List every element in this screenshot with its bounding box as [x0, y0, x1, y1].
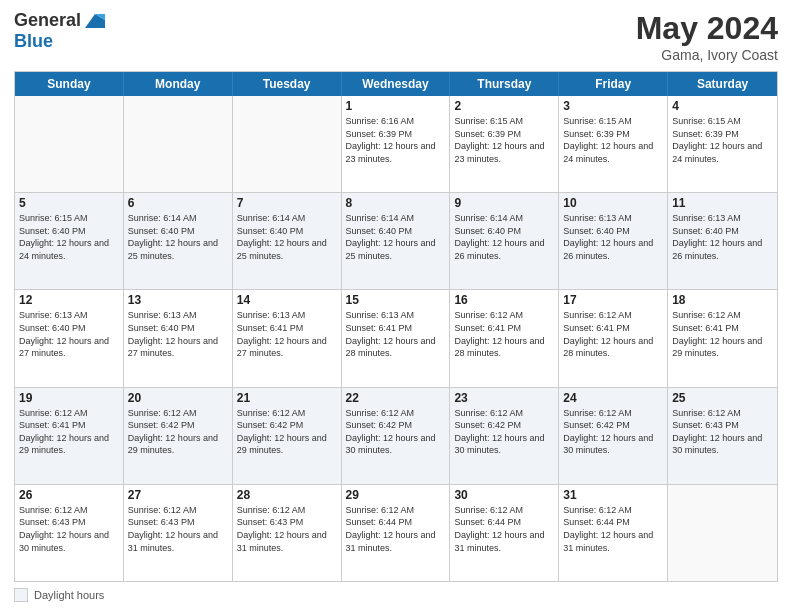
day-info: Sunrise: 6:14 AM Sunset: 6:40 PM Dayligh…	[454, 212, 554, 262]
title-section: May 2024 Gama, Ivory Coast	[636, 10, 778, 63]
calendar-header-row: SundayMondayTuesdayWednesdayThursdayFrid…	[15, 72, 777, 96]
day-of-week-header: Sunday	[15, 72, 124, 96]
logo-general: General	[14, 11, 81, 31]
day-info: Sunrise: 6:14 AM Sunset: 6:40 PM Dayligh…	[346, 212, 446, 262]
day-info: Sunrise: 6:12 AM Sunset: 6:41 PM Dayligh…	[672, 309, 773, 359]
calendar-cell: 17Sunrise: 6:12 AM Sunset: 6:41 PM Dayli…	[559, 290, 668, 386]
calendar-cell: 10Sunrise: 6:13 AM Sunset: 6:40 PM Dayli…	[559, 193, 668, 289]
calendar-cell: 16Sunrise: 6:12 AM Sunset: 6:41 PM Dayli…	[450, 290, 559, 386]
calendar-cell: 12Sunrise: 6:13 AM Sunset: 6:40 PM Dayli…	[15, 290, 124, 386]
day-info: Sunrise: 6:12 AM Sunset: 6:42 PM Dayligh…	[563, 407, 663, 457]
day-number: 24	[563, 391, 663, 405]
day-number: 3	[563, 99, 663, 113]
day-number: 22	[346, 391, 446, 405]
day-info: Sunrise: 6:15 AM Sunset: 6:39 PM Dayligh…	[672, 115, 773, 165]
day-number: 14	[237, 293, 337, 307]
day-number: 19	[19, 391, 119, 405]
day-info: Sunrise: 6:14 AM Sunset: 6:40 PM Dayligh…	[128, 212, 228, 262]
day-info: Sunrise: 6:15 AM Sunset: 6:39 PM Dayligh…	[563, 115, 663, 165]
day-info: Sunrise: 6:12 AM Sunset: 6:42 PM Dayligh…	[346, 407, 446, 457]
logo-text: General Blue	[14, 10, 105, 52]
page: General Blue May 2024 Gama, Ivory Coast …	[0, 0, 792, 612]
day-info: Sunrise: 6:12 AM Sunset: 6:42 PM Dayligh…	[128, 407, 228, 457]
day-number: 28	[237, 488, 337, 502]
calendar-cell: 6Sunrise: 6:14 AM Sunset: 6:40 PM Daylig…	[124, 193, 233, 289]
calendar-cell: 29Sunrise: 6:12 AM Sunset: 6:44 PM Dayli…	[342, 485, 451, 581]
day-info: Sunrise: 6:12 AM Sunset: 6:43 PM Dayligh…	[128, 504, 228, 554]
day-info: Sunrise: 6:14 AM Sunset: 6:40 PM Dayligh…	[237, 212, 337, 262]
empty-cell	[668, 485, 777, 581]
calendar-cell: 18Sunrise: 6:12 AM Sunset: 6:41 PM Dayli…	[668, 290, 777, 386]
calendar-body: 1Sunrise: 6:16 AM Sunset: 6:39 PM Daylig…	[15, 96, 777, 581]
logo-blue: Blue	[14, 32, 105, 52]
day-number: 15	[346, 293, 446, 307]
calendar-cell: 2Sunrise: 6:15 AM Sunset: 6:39 PM Daylig…	[450, 96, 559, 192]
calendar-cell: 23Sunrise: 6:12 AM Sunset: 6:42 PM Dayli…	[450, 388, 559, 484]
calendar-row: 5Sunrise: 6:15 AM Sunset: 6:40 PM Daylig…	[15, 193, 777, 290]
day-number: 17	[563, 293, 663, 307]
main-title: May 2024	[636, 10, 778, 47]
day-number: 16	[454, 293, 554, 307]
day-info: Sunrise: 6:13 AM Sunset: 6:40 PM Dayligh…	[563, 212, 663, 262]
calendar-cell: 21Sunrise: 6:12 AM Sunset: 6:42 PM Dayli…	[233, 388, 342, 484]
day-number: 18	[672, 293, 773, 307]
day-info: Sunrise: 6:12 AM Sunset: 6:42 PM Dayligh…	[237, 407, 337, 457]
day-info: Sunrise: 6:12 AM Sunset: 6:41 PM Dayligh…	[563, 309, 663, 359]
calendar-cell: 8Sunrise: 6:14 AM Sunset: 6:40 PM Daylig…	[342, 193, 451, 289]
empty-cell	[124, 96, 233, 192]
day-number: 29	[346, 488, 446, 502]
calendar-cell: 19Sunrise: 6:12 AM Sunset: 6:41 PM Dayli…	[15, 388, 124, 484]
day-info: Sunrise: 6:13 AM Sunset: 6:40 PM Dayligh…	[128, 309, 228, 359]
day-of-week-header: Wednesday	[342, 72, 451, 96]
day-of-week-header: Saturday	[668, 72, 777, 96]
footer: Daylight hours	[14, 588, 778, 602]
day-number: 2	[454, 99, 554, 113]
footer-label: Daylight hours	[34, 589, 104, 601]
day-info: Sunrise: 6:16 AM Sunset: 6:39 PM Dayligh…	[346, 115, 446, 165]
empty-cell	[233, 96, 342, 192]
day-number: 1	[346, 99, 446, 113]
day-of-week-header: Thursday	[450, 72, 559, 96]
day-of-week-header: Monday	[124, 72, 233, 96]
empty-cell	[15, 96, 124, 192]
day-number: 20	[128, 391, 228, 405]
logo-icon	[83, 10, 105, 32]
day-number: 6	[128, 196, 228, 210]
calendar-cell: 26Sunrise: 6:12 AM Sunset: 6:43 PM Dayli…	[15, 485, 124, 581]
calendar-cell: 25Sunrise: 6:12 AM Sunset: 6:43 PM Dayli…	[668, 388, 777, 484]
day-number: 11	[672, 196, 773, 210]
calendar-cell: 9Sunrise: 6:14 AM Sunset: 6:40 PM Daylig…	[450, 193, 559, 289]
footer-box	[14, 588, 28, 602]
day-number: 9	[454, 196, 554, 210]
calendar-cell: 13Sunrise: 6:13 AM Sunset: 6:40 PM Dayli…	[124, 290, 233, 386]
calendar-cell: 3Sunrise: 6:15 AM Sunset: 6:39 PM Daylig…	[559, 96, 668, 192]
logo: General Blue	[14, 10, 105, 52]
day-number: 7	[237, 196, 337, 210]
day-number: 12	[19, 293, 119, 307]
day-info: Sunrise: 6:13 AM Sunset: 6:40 PM Dayligh…	[19, 309, 119, 359]
day-number: 10	[563, 196, 663, 210]
calendar-cell: 27Sunrise: 6:12 AM Sunset: 6:43 PM Dayli…	[124, 485, 233, 581]
day-info: Sunrise: 6:12 AM Sunset: 6:44 PM Dayligh…	[346, 504, 446, 554]
day-info: Sunrise: 6:12 AM Sunset: 6:43 PM Dayligh…	[237, 504, 337, 554]
calendar-cell: 22Sunrise: 6:12 AM Sunset: 6:42 PM Dayli…	[342, 388, 451, 484]
calendar-cell: 4Sunrise: 6:15 AM Sunset: 6:39 PM Daylig…	[668, 96, 777, 192]
calendar-cell: 5Sunrise: 6:15 AM Sunset: 6:40 PM Daylig…	[15, 193, 124, 289]
day-of-week-header: Tuesday	[233, 72, 342, 96]
day-info: Sunrise: 6:15 AM Sunset: 6:39 PM Dayligh…	[454, 115, 554, 165]
calendar-row: 1Sunrise: 6:16 AM Sunset: 6:39 PM Daylig…	[15, 96, 777, 193]
day-info: Sunrise: 6:12 AM Sunset: 6:41 PM Dayligh…	[19, 407, 119, 457]
day-number: 31	[563, 488, 663, 502]
day-number: 27	[128, 488, 228, 502]
day-info: Sunrise: 6:12 AM Sunset: 6:41 PM Dayligh…	[454, 309, 554, 359]
day-info: Sunrise: 6:12 AM Sunset: 6:44 PM Dayligh…	[454, 504, 554, 554]
day-number: 23	[454, 391, 554, 405]
day-number: 21	[237, 391, 337, 405]
calendar-cell: 15Sunrise: 6:13 AM Sunset: 6:41 PM Dayli…	[342, 290, 451, 386]
calendar-cell: 7Sunrise: 6:14 AM Sunset: 6:40 PM Daylig…	[233, 193, 342, 289]
day-of-week-header: Friday	[559, 72, 668, 96]
calendar-row: 19Sunrise: 6:12 AM Sunset: 6:41 PM Dayli…	[15, 388, 777, 485]
day-info: Sunrise: 6:15 AM Sunset: 6:40 PM Dayligh…	[19, 212, 119, 262]
day-info: Sunrise: 6:12 AM Sunset: 6:44 PM Dayligh…	[563, 504, 663, 554]
day-info: Sunrise: 6:13 AM Sunset: 6:41 PM Dayligh…	[237, 309, 337, 359]
